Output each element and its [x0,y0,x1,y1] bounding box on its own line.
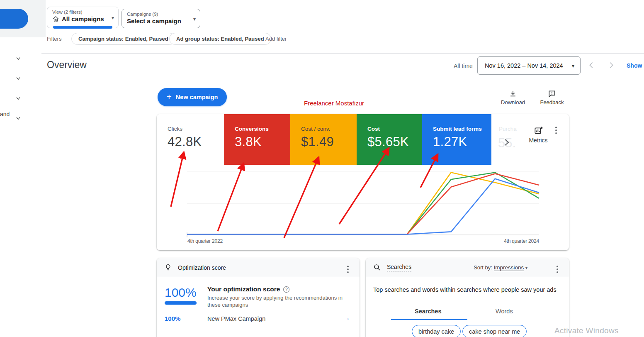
chart-line-blue [187,179,539,234]
chevron-down-icon: ▾ [525,266,527,270]
metrics-label: Metrics [525,137,551,144]
sort-by-value[interactable]: Impressions [494,264,524,271]
scorecards-next-icon[interactable] [501,137,511,147]
section-divider [41,53,644,54]
view-selector-label: View (2 filters) [52,10,106,15]
optimization-panel-title: Optimization score [178,264,226,271]
scorecard-hidden-label: Purcha [499,126,517,132]
sidebar-chevron-down-icon[interactable] [15,55,22,62]
sort-by-control: Sort by: Impressions ▾ [474,264,527,271]
search-icon [373,264,381,271]
scorecard-value: 3.8K [235,134,290,149]
filter-chip-label: Campaign status: Enabled, Paused [78,36,168,42]
active-tab-indicator [391,319,467,320]
optimization-score-description: Increase your score by applying the reco… [207,294,355,308]
scorecard-value: $5.65K [367,134,422,149]
optimization-score-title: Your optimization score? [207,286,289,293]
help-icon[interactable]: ? [283,286,289,293]
campaign-row-name[interactable]: New PMax Campaign [207,315,265,322]
tab-words[interactable]: Words [496,308,513,315]
filter-chip-campaign-status[interactable]: Campaign status: Enabled, Paused [71,33,175,45]
scorecard-overflow-area: Purcha 55. Metrics [491,114,569,165]
metrics-chart-icon [534,126,543,135]
filter-chip-ad-group-status[interactable]: Ad group status: Enabled, Paused [169,33,271,45]
search-term-chip-label: cake shop near me [469,328,520,335]
lightbulb-icon [164,264,172,271]
tab-searches[interactable]: Searches [415,308,442,315]
add-filter-button[interactable]: Add filter [265,36,287,42]
optimization-score-value: 100% [165,286,197,300]
optimization-score-title-text: Your optimization score [207,286,280,293]
scorecard-cost-per-conv[interactable]: Cost / conv. $1.49 [290,114,357,165]
search-term-chip-label: birthday cake [418,328,454,335]
scorecard-clicks[interactable]: Clicks 42.8K [157,114,224,165]
more-vertical-icon [557,266,558,273]
activate-windows-watermark: Activate Windows [554,326,619,335]
new-campaign-button[interactable]: + New campaign [158,88,227,106]
sidebar-chevron-down-icon[interactable] [15,95,22,102]
page-title: Overview [47,59,87,71]
download-icon [509,90,517,98]
campaign-row-score: 100% [165,315,180,322]
searches-panel-title[interactable]: Searches [387,264,411,271]
campaign-selector-value: Select a campaign [127,17,181,24]
overview-more-options-button[interactable] [554,125,559,136]
arrow-right-icon[interactable]: → [343,313,350,322]
view-selector[interactable]: View (2 filters) All campaigns ▾ [47,7,119,28]
google-ads-overview-page: View (2 filters) All campaigns ▾ Campaig… [0,0,644,337]
chevron-down-icon: ▾ [572,63,574,69]
view-selector-active-bar [53,26,113,29]
search-term-chip[interactable]: cake shop near me [462,325,527,337]
optimization-panel-header: Optimization score [157,258,360,277]
scorecard-label: Conversions [235,126,290,132]
scorecard-value: 42.8K [168,134,224,149]
filter-chip-label: Ad group status: Enabled, Paused [176,36,264,42]
sidebar-chevron-down-icon[interactable] [15,75,22,82]
home-icon [52,15,59,22]
scorecard-value: 1.27K [433,134,491,149]
campaign-selector-label: Campaigns (9) [127,12,187,17]
searches-more-options-button[interactable] [555,264,560,275]
searches-panel: Searches Sort by: Impressions ▾ Top sear… [366,258,569,337]
chart-line-red [187,174,539,234]
overview-card: 4th quarter 2022 4th quarter 2024 Clicks… [157,114,569,250]
show-link[interactable]: Show l [627,62,644,69]
scorecard-value: $1.49 [301,134,357,149]
feedback-button[interactable]: Feedback [535,90,569,105]
scorecard-label: Clicks [168,126,224,132]
scorecard-label: Cost [367,126,422,132]
chevron-down-icon: ▾ [112,15,114,21]
date-next-button[interactable] [607,61,616,70]
download-label: Download [496,99,530,105]
date-prev-button[interactable] [587,61,596,70]
optimization-progress-bar [165,301,197,305]
scorecard-row: Clicks 42.8K Conversions 3.8K Cost / con… [157,114,569,165]
new-campaign-label: New campaign [176,94,218,100]
download-button[interactable]: Download [496,90,530,105]
x-axis-label-left: 4th quarter 2022 [187,238,223,244]
search-term-chip[interactable]: birthday cake [412,325,461,337]
date-range-value: Nov 16, 2022 – Nov 14, 2024 [485,62,563,69]
searches-panel-header: Searches Sort by: Impressions ▾ [366,258,569,277]
sidebar-truncated-label: and [0,111,10,117]
scorecard-submit-lead-forms[interactable]: Submit lead forms 1.27K [422,114,491,165]
annotation-author-label: Freelancer Mostafizur [304,100,364,107]
sort-by-label: Sort by: [474,264,492,271]
optimization-more-options-button[interactable] [345,264,350,275]
campaign-selector[interactable]: Campaigns (9) Select a campaign ▾ [122,9,200,28]
scorecard-label: Cost / conv. [301,126,357,132]
metrics-button[interactable]: Metrics [525,126,551,144]
more-vertical-icon [555,127,557,134]
scorecard-label: Submit lead forms [433,126,491,132]
more-vertical-icon [347,266,349,273]
date-preset-label: All time [454,63,473,69]
scorecard-cost[interactable]: Cost $5.65K [357,114,422,165]
x-axis-label-right: 4th quarter 2024 [504,238,539,244]
sidebar-chevron-down-icon[interactable] [15,115,22,122]
brand-pill[interactable] [0,9,28,29]
view-selector-value: All campaigns [62,15,104,22]
date-range-selector[interactable]: Nov 16, 2022 – Nov 14, 2024 ▾ [477,56,581,75]
scorecard-conversions[interactable]: Conversions 3.8K [224,114,290,165]
searches-description: Top searches and words within searches w… [373,286,559,294]
optimization-score-panel: Optimization score 100% Your optimizatio… [157,258,360,337]
